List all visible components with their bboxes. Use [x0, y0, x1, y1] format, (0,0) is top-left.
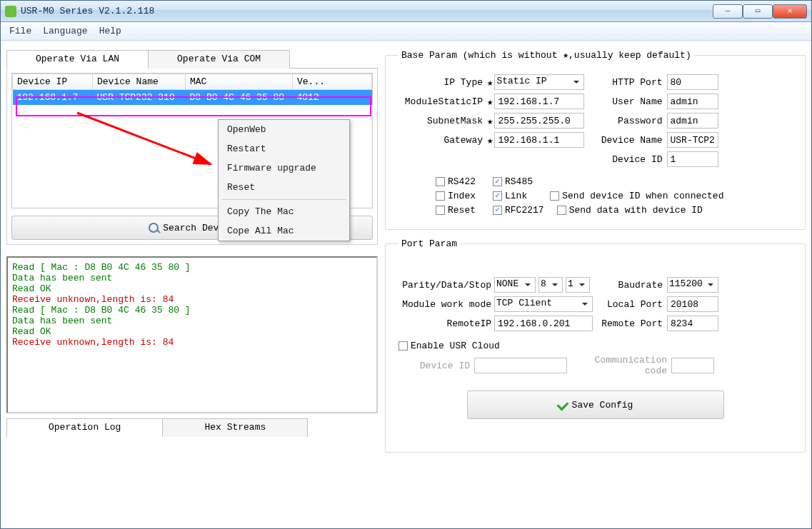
- subnet-mask-label: SubnetMask: [399, 116, 483, 126]
- static-ip-input[interactable]: [494, 94, 584, 109]
- cloud-device-id-label: Device ID: [399, 361, 470, 371]
- device-row-selected[interactable]: 192.168.1.7 USR-TCP232-310 D8 B0 4C 46 3…: [13, 90, 372, 106]
- check-icon: [556, 399, 568, 411]
- gateway-label: Gateway: [399, 135, 483, 146]
- remote-port-label: Remote Port: [598, 318, 663, 329]
- rfc2217-checkbox[interactable]: RFC2217: [493, 205, 544, 216]
- cell-ver: 4012: [293, 90, 372, 106]
- col-device-ip[interactable]: Device IP: [13, 74, 93, 90]
- baudrate-select[interactable]: 115200: [667, 277, 718, 293]
- data-bits-select[interactable]: 8: [538, 277, 563, 293]
- gateway-input[interactable]: [494, 132, 584, 148]
- menu-file[interactable]: File: [9, 26, 31, 36]
- col-device-name[interactable]: Device Name: [93, 74, 186, 90]
- operation-log[interactable]: Read [ Mac : D8 B0 4C 46 35 80 ] Data ha…: [6, 256, 378, 413]
- ip-type-select[interactable]: Static IP: [494, 74, 584, 90]
- ctx-restart[interactable]: Restart: [219, 139, 349, 158]
- local-port-input[interactable]: [667, 296, 718, 312]
- ip-type-label: IP Type: [399, 77, 483, 88]
- col-version[interactable]: Ve...: [293, 74, 372, 90]
- parity-select[interactable]: NONE: [494, 277, 536, 293]
- port-param-legend: Port Param: [399, 238, 460, 249]
- save-config-button[interactable]: Save Config: [467, 391, 724, 419]
- maximize-button[interactable]: ▭: [743, 4, 773, 19]
- rs485-checkbox[interactable]: RS485: [493, 176, 533, 187]
- save-config-label: Save Config: [572, 400, 633, 410]
- remote-port-input[interactable]: [667, 316, 718, 331]
- baudrate-label: Baudrate: [598, 280, 663, 291]
- user-name-input[interactable]: [667, 94, 718, 109]
- window-title: USR-M0 Series V2.1.2.118: [21, 6, 154, 16]
- tab-operate-lan[interactable]: Operate Via LAN: [6, 50, 149, 69]
- log-line: Receive unknown,length is: 84: [12, 294, 372, 305]
- static-ip-label: ModuleStaticIP: [399, 96, 483, 107]
- tab-operation-log[interactable]: Operation Log: [6, 418, 163, 437]
- http-port-label: HTTP Port: [598, 77, 663, 88]
- tab-hex-streams[interactable]: Hex Streams: [162, 418, 308, 437]
- cloud-device-id-input: [474, 358, 567, 373]
- menu-language[interactable]: Language: [43, 26, 87, 36]
- local-port-label: Local Port: [598, 299, 663, 310]
- tab-operate-com[interactable]: Operate Via COM: [148, 50, 290, 69]
- password-input[interactable]: [667, 113, 718, 129]
- subnet-mask-input[interactable]: [494, 113, 584, 129]
- log-line: Read [ Mac : D8 B0 4C 46 35 80 ]: [12, 305, 372, 316]
- device-name-input[interactable]: [667, 132, 718, 148]
- menubar: File Language Help: [1, 22, 811, 41]
- cloud-comm-code-label: Communication code: [567, 355, 667, 376]
- log-line: Data has been sent: [12, 273, 372, 283]
- cloud-comm-code-input: [671, 358, 714, 373]
- parity-label: Parity/Data/Stop: [399, 280, 491, 291]
- http-port-input[interactable]: [667, 74, 718, 90]
- rs422-checkbox[interactable]: RS422: [436, 176, 476, 187]
- cell-mac: D8 B0 4C 46 35 80: [186, 90, 293, 106]
- work-mode-select[interactable]: TCP Client: [494, 296, 593, 312]
- device-id-input[interactable]: [667, 151, 718, 167]
- cell-name: USR-TCP232-310: [93, 90, 186, 106]
- log-line: Read [ Mac : D8 B0 4C 46 35 80 ]: [12, 262, 372, 273]
- reset-checkbox[interactable]: Reset: [436, 205, 476, 216]
- enable-cloud-checkbox[interactable]: Enable USR Cloud: [399, 341, 500, 351]
- ctx-firmware-upgrade[interactable]: Firmware upgrade: [219, 158, 349, 178]
- device-id-label: Device ID: [598, 154, 663, 165]
- close-button[interactable]: ✕: [773, 4, 807, 19]
- log-line: Receive unknown,length is: 84: [12, 337, 372, 348]
- send-id-connected-checkbox[interactable]: Send device ID when connected: [550, 191, 723, 201]
- password-label: Password: [598, 116, 663, 126]
- titlebar: USR-M0 Series V2.1.2.118 — ▭ ✕: [1, 1, 811, 22]
- log-line: Read OK: [12, 283, 372, 294]
- send-data-id-checkbox[interactable]: Send data with device ID: [557, 205, 703, 216]
- log-line: Data has been sent: [12, 316, 372, 326]
- ctx-cope-all-mac[interactable]: Cope All Mac: [219, 221, 349, 241]
- ctx-reset[interactable]: Reset: [219, 178, 349, 197]
- col-mac[interactable]: MAC: [186, 74, 293, 90]
- base-param-legend: Base Param (which is without ★,usually k…: [399, 49, 694, 61]
- ctx-separator: [221, 199, 346, 200]
- minimize-button[interactable]: —: [713, 4, 743, 19]
- stop-bits-select[interactable]: 1: [566, 277, 590, 293]
- device-name-label: Device Name: [598, 135, 663, 146]
- user-name-label: User Name: [598, 96, 663, 107]
- port-param-group: Port Param Parity/Data/Stop NONE 8 1 Mod…: [385, 238, 806, 453]
- remote-ip-input[interactable]: [494, 316, 593, 331]
- search-icon: [149, 223, 159, 233]
- cell-ip: 192.168.1.7: [13, 90, 93, 106]
- app-icon: [5, 6, 16, 17]
- menu-help[interactable]: Help: [99, 26, 121, 36]
- log-line: Read OK: [12, 326, 372, 337]
- base-param-group: Base Param (which is without ★,usually k…: [385, 49, 806, 230]
- remote-ip-label: RemoteIP: [399, 318, 491, 329]
- context-menu: OpenWeb Restart Firmware upgrade Reset C…: [218, 119, 350, 241]
- ctx-openweb[interactable]: OpenWeb: [219, 120, 349, 139]
- link-checkbox[interactable]: Link: [493, 191, 527, 201]
- ctx-copy-mac[interactable]: Copy The Mac: [219, 202, 349, 221]
- work-mode-label: Module work mode: [399, 299, 491, 310]
- index-checkbox[interactable]: Index: [436, 191, 476, 201]
